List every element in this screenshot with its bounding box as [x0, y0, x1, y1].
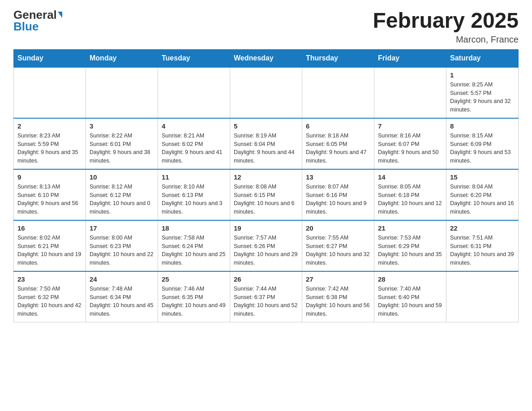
calendar-header-tuesday: Tuesday — [158, 49, 230, 67]
day-info: Sunrise: 8:00 AMSunset: 6:23 PMDaylight:… — [90, 234, 154, 267]
calendar-cell: 26Sunrise: 7:44 AMSunset: 6:37 PMDayligh… — [230, 271, 302, 322]
calendar-week-1: 1Sunrise: 8:25 AMSunset: 5:57 PMDaylight… — [14, 67, 519, 118]
logo: General Blue — [13, 9, 62, 32]
calendar-cell: 14Sunrise: 8:05 AMSunset: 6:18 PMDayligh… — [374, 169, 446, 220]
day-info: Sunrise: 7:51 AMSunset: 6:31 PMDaylight:… — [450, 234, 515, 267]
calendar-cell: 25Sunrise: 7:46 AMSunset: 6:35 PMDayligh… — [158, 271, 230, 322]
day-info: Sunrise: 8:10 AMSunset: 6:13 PMDaylight:… — [162, 183, 226, 216]
calendar-header-friday: Friday — [374, 49, 446, 67]
logo-arrow-icon — [58, 12, 62, 18]
day-number: 9 — [17, 173, 82, 181]
calendar-cell: 10Sunrise: 8:12 AMSunset: 6:12 PMDayligh… — [86, 169, 158, 220]
day-info: Sunrise: 7:46 AMSunset: 6:35 PMDaylight:… — [162, 285, 226, 318]
day-number: 1 — [450, 71, 515, 79]
day-number: 28 — [378, 275, 442, 283]
calendar-cell: 2Sunrise: 8:23 AMSunset: 5:59 PMDaylight… — [14, 118, 86, 169]
day-number: 6 — [306, 122, 370, 130]
calendar-cell: 21Sunrise: 7:53 AMSunset: 6:29 PMDayligh… — [374, 220, 446, 271]
calendar-cell: 18Sunrise: 7:58 AMSunset: 6:24 PMDayligh… — [158, 220, 230, 271]
day-info: Sunrise: 8:08 AMSunset: 6:15 PMDaylight:… — [234, 183, 298, 216]
calendar-cell: 28Sunrise: 7:40 AMSunset: 6:40 PMDayligh… — [374, 271, 446, 322]
title-block: February 2025 Marcon, France — [373, 9, 519, 45]
day-number: 23 — [17, 275, 82, 283]
day-number: 25 — [162, 275, 226, 283]
calendar-cell — [302, 67, 374, 118]
day-info: Sunrise: 7:40 AMSunset: 6:40 PMDaylight:… — [378, 285, 442, 318]
day-info: Sunrise: 8:13 AMSunset: 6:10 PMDaylight:… — [17, 183, 82, 216]
day-info: Sunrise: 7:55 AMSunset: 6:27 PMDaylight:… — [306, 234, 370, 267]
day-number: 4 — [162, 122, 226, 130]
day-number: 10 — [90, 173, 154, 181]
calendar-week-3: 9Sunrise: 8:13 AMSunset: 6:10 PMDaylight… — [14, 169, 519, 220]
day-info: Sunrise: 8:23 AMSunset: 5:59 PMDaylight:… — [17, 132, 82, 165]
day-number: 11 — [162, 173, 226, 181]
day-number: 14 — [378, 173, 442, 181]
calendar-cell — [14, 67, 86, 118]
day-info: Sunrise: 8:12 AMSunset: 6:12 PMDaylight:… — [90, 183, 154, 216]
day-number: 5 — [234, 122, 298, 130]
day-number: 3 — [90, 122, 154, 130]
day-number: 15 — [450, 173, 515, 181]
calendar-cell: 20Sunrise: 7:55 AMSunset: 6:27 PMDayligh… — [302, 220, 374, 271]
calendar-header-row: SundayMondayTuesdayWednesdayThursdayFrid… — [14, 49, 519, 67]
calendar-cell: 23Sunrise: 7:50 AMSunset: 6:32 PMDayligh… — [14, 271, 86, 322]
day-number: 24 — [90, 275, 154, 283]
calendar-cell — [158, 67, 230, 118]
calendar-header-sunday: Sunday — [14, 49, 86, 67]
calendar-cell: 7Sunrise: 8:16 AMSunset: 6:07 PMDaylight… — [374, 118, 446, 169]
calendar-week-5: 23Sunrise: 7:50 AMSunset: 6:32 PMDayligh… — [14, 271, 519, 322]
day-number: 26 — [234, 275, 298, 283]
calendar-header-wednesday: Wednesday — [230, 49, 302, 67]
calendar-cell: 12Sunrise: 8:08 AMSunset: 6:15 PMDayligh… — [230, 169, 302, 220]
calendar-cell: 11Sunrise: 8:10 AMSunset: 6:13 PMDayligh… — [158, 169, 230, 220]
calendar-cell: 19Sunrise: 7:57 AMSunset: 6:26 PMDayligh… — [230, 220, 302, 271]
calendar-header-saturday: Saturday — [446, 49, 519, 67]
day-info: Sunrise: 8:21 AMSunset: 6:02 PMDaylight:… — [162, 132, 226, 165]
day-number: 16 — [17, 224, 82, 232]
day-number: 22 — [450, 224, 515, 232]
day-info: Sunrise: 7:44 AMSunset: 6:37 PMDaylight:… — [234, 285, 298, 318]
logo-blue-text: Blue — [13, 21, 39, 32]
day-info: Sunrise: 8:16 AMSunset: 6:07 PMDaylight:… — [378, 132, 442, 165]
calendar-cell: 3Sunrise: 8:22 AMSunset: 6:01 PMDaylight… — [86, 118, 158, 169]
calendar-cell: 1Sunrise: 8:25 AMSunset: 5:57 PMDaylight… — [446, 67, 519, 118]
calendar-cell: 24Sunrise: 7:48 AMSunset: 6:34 PMDayligh… — [86, 271, 158, 322]
day-info: Sunrise: 7:48 AMSunset: 6:34 PMDaylight:… — [90, 285, 154, 318]
calendar-week-4: 16Sunrise: 8:02 AMSunset: 6:21 PMDayligh… — [14, 220, 519, 271]
calendar-cell — [446, 271, 519, 322]
day-info: Sunrise: 7:58 AMSunset: 6:24 PMDaylight:… — [162, 234, 226, 267]
calendar-week-2: 2Sunrise: 8:23 AMSunset: 5:59 PMDaylight… — [14, 118, 519, 169]
day-number: 12 — [234, 173, 298, 181]
calendar-cell — [230, 67, 302, 118]
day-number: 2 — [17, 122, 82, 130]
day-number: 7 — [378, 122, 442, 130]
day-number: 20 — [306, 224, 370, 232]
calendar-cell: 27Sunrise: 7:42 AMSunset: 6:38 PMDayligh… — [302, 271, 374, 322]
day-info: Sunrise: 7:57 AMSunset: 6:26 PMDaylight:… — [234, 234, 298, 267]
day-info: Sunrise: 8:15 AMSunset: 6:09 PMDaylight:… — [450, 132, 515, 165]
calendar-header-monday: Monday — [86, 49, 158, 67]
location-text: Marcon, France — [373, 34, 519, 45]
day-info: Sunrise: 8:25 AMSunset: 5:57 PMDaylight:… — [450, 81, 515, 114]
calendar-cell: 6Sunrise: 8:18 AMSunset: 6:05 PMDaylight… — [302, 118, 374, 169]
calendar-table: SundayMondayTuesdayWednesdayThursdayFrid… — [13, 49, 519, 322]
page-header: General Blue February 2025 Marcon, Franc… — [13, 9, 519, 45]
calendar-cell — [86, 67, 158, 118]
calendar-cell: 9Sunrise: 8:13 AMSunset: 6:10 PMDaylight… — [14, 169, 86, 220]
day-info: Sunrise: 8:07 AMSunset: 6:16 PMDaylight:… — [306, 183, 370, 216]
calendar-cell: 16Sunrise: 8:02 AMSunset: 6:21 PMDayligh… — [14, 220, 86, 271]
calendar-cell: 15Sunrise: 8:04 AMSunset: 6:20 PMDayligh… — [446, 169, 519, 220]
calendar-cell — [374, 67, 446, 118]
calendar-cell: 5Sunrise: 8:19 AMSunset: 6:04 PMDaylight… — [230, 118, 302, 169]
month-title: February 2025 — [373, 9, 519, 33]
day-info: Sunrise: 8:04 AMSunset: 6:20 PMDaylight:… — [450, 183, 515, 216]
day-number: 27 — [306, 275, 370, 283]
day-info: Sunrise: 8:22 AMSunset: 6:01 PMDaylight:… — [90, 132, 154, 165]
day-number: 17 — [90, 224, 154, 232]
day-info: Sunrise: 7:42 AMSunset: 6:38 PMDaylight:… — [306, 285, 370, 318]
logo-general-text: General — [13, 9, 57, 21]
calendar-cell: 4Sunrise: 8:21 AMSunset: 6:02 PMDaylight… — [158, 118, 230, 169]
day-number: 21 — [378, 224, 442, 232]
calendar-header-thursday: Thursday — [302, 49, 374, 67]
day-info: Sunrise: 8:18 AMSunset: 6:05 PMDaylight:… — [306, 132, 370, 165]
